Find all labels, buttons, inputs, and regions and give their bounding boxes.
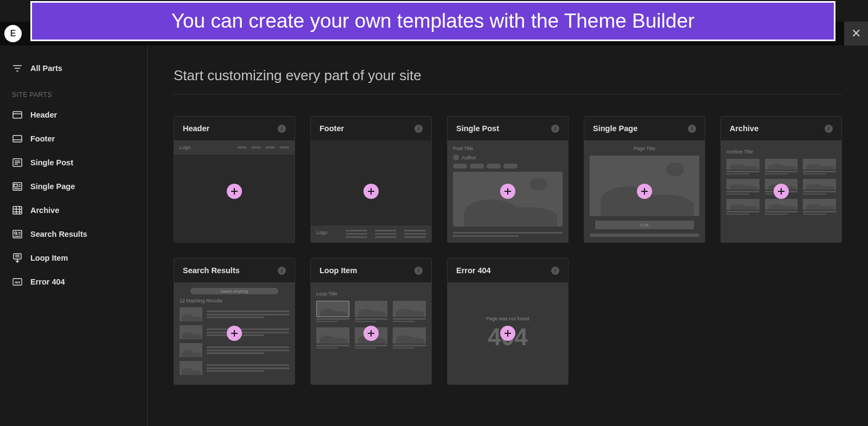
sidebar-item-archive[interactable]: Archive bbox=[0, 198, 147, 222]
sidebar-item-label: Single Page bbox=[30, 182, 75, 191]
main-content: Start customizing every part of your sit… bbox=[148, 46, 868, 426]
svg-rect-16 bbox=[13, 206, 22, 214]
template-grid: Header i Logo Foote bbox=[174, 116, 842, 385]
sidebar-item-label: All Parts bbox=[30, 64, 62, 73]
divider bbox=[174, 94, 842, 94]
wf-search-placeholder: Search Anything bbox=[221, 289, 248, 293]
card-archive[interactable]: Archive i Archive Title bbox=[720, 116, 842, 243]
card-search-results[interactable]: Search Results i Search Anything 12 Mach… bbox=[174, 258, 295, 385]
elementor-logo-button[interactable]: E bbox=[4, 25, 22, 42]
svg-point-22 bbox=[15, 232, 17, 234]
card-single-page[interactable]: Single Page i Page Title CTA bbox=[584, 116, 705, 243]
add-button[interactable] bbox=[500, 184, 515, 199]
add-button[interactable] bbox=[227, 184, 242, 199]
add-button[interactable] bbox=[774, 184, 789, 199]
card-title: Footer bbox=[320, 124, 344, 133]
wf-logo-label: Logo bbox=[316, 230, 338, 235]
single-post-icon bbox=[12, 159, 23, 166]
info-icon[interactable]: i bbox=[551, 267, 559, 275]
info-icon[interactable]: i bbox=[688, 125, 696, 133]
svg-rect-5 bbox=[13, 135, 22, 142]
sidebar-item-label: Footer bbox=[30, 134, 55, 143]
sidebar-item-single-page[interactable]: Single Page bbox=[0, 175, 147, 198]
sidebar-all-parts[interactable]: All Parts bbox=[0, 56, 147, 80]
card-loop-item[interactable]: Loop Item i Loop Title bbox=[310, 258, 432, 385]
loop-item-icon bbox=[12, 254, 23, 262]
error-404-icon: 404 bbox=[12, 278, 23, 286]
card-title: Loop Item bbox=[320, 266, 357, 275]
svg-rect-27 bbox=[14, 254, 21, 259]
card-footer[interactable]: Footer i Logo bbox=[310, 116, 432, 243]
sidebar-item-footer[interactable]: Footer bbox=[0, 127, 147, 151]
wf-post-title: Post Title bbox=[453, 146, 563, 151]
card-title: Error 404 bbox=[456, 266, 491, 275]
sidebar-item-label: Error 404 bbox=[30, 277, 65, 286]
card-header[interactable]: Header i Logo bbox=[174, 116, 295, 243]
svg-rect-12 bbox=[14, 184, 17, 187]
wf-loop-title: Loop Title bbox=[316, 291, 337, 296]
card-title: Single Page bbox=[593, 124, 637, 133]
info-icon[interactable]: i bbox=[278, 267, 286, 275]
card-error-404[interactable]: Error 404 i Page was not found 404 bbox=[447, 258, 569, 385]
wf-page-title: Page Title bbox=[634, 146, 655, 151]
sidebar-item-label: Archive bbox=[30, 206, 59, 215]
info-icon[interactable]: i bbox=[414, 267, 423, 275]
filter-icon bbox=[12, 64, 23, 72]
sidebar-item-header[interactable]: Header bbox=[0, 103, 147, 127]
sidebar-item-label: Single Post bbox=[30, 158, 73, 167]
card-title: Search Results bbox=[183, 266, 240, 275]
wf-archive-title: Archive Title bbox=[726, 149, 753, 154]
single-page-icon bbox=[12, 183, 23, 190]
wf-cta: CTA bbox=[640, 223, 648, 228]
card-single-post[interactable]: Single Post i Post Title Author bbox=[447, 116, 569, 243]
annotation-banner: You can create your own templates with t… bbox=[30, 1, 835, 41]
wf-author: Author bbox=[462, 155, 476, 160]
sidebar-item-single-post[interactable]: Single Post bbox=[0, 151, 147, 175]
add-button[interactable] bbox=[363, 184, 379, 199]
card-title: Single Post bbox=[456, 124, 499, 133]
svg-rect-3 bbox=[13, 112, 22, 118]
close-button[interactable]: ✕ bbox=[844, 22, 868, 46]
wf-results-count: 12 Maching Results bbox=[180, 298, 289, 304]
svg-line-23 bbox=[17, 234, 18, 235]
sidebar-item-error-404[interactable]: 404 Error 404 bbox=[0, 270, 147, 294]
annotation-text: You can create your own templates with t… bbox=[171, 10, 695, 33]
wf-not-found: Page was not found bbox=[486, 316, 529, 321]
info-icon[interactable]: i bbox=[414, 125, 423, 133]
sidebar-item-label: Header bbox=[30, 111, 57, 119]
header-icon bbox=[12, 111, 23, 119]
archive-icon bbox=[12, 206, 23, 214]
svg-text:404: 404 bbox=[15, 281, 21, 284]
info-icon[interactable]: i bbox=[825, 125, 833, 133]
sidebar-section-label: SITE PARTS bbox=[0, 80, 147, 103]
card-title: Archive bbox=[730, 124, 758, 133]
footer-icon bbox=[12, 135, 23, 143]
wf-logo-label: Logo bbox=[180, 145, 190, 150]
info-icon[interactable]: i bbox=[278, 125, 286, 133]
info-icon[interactable]: i bbox=[551, 125, 559, 133]
add-button[interactable] bbox=[363, 326, 379, 341]
card-title: Header bbox=[183, 124, 209, 133]
sidebar-item-label: Search Results bbox=[30, 230, 87, 238]
sidebar: All Parts SITE PARTS Header Footer Singl… bbox=[0, 46, 148, 426]
add-button[interactable] bbox=[227, 326, 242, 341]
sidebar-item-search-results[interactable]: Search Results bbox=[0, 222, 147, 246]
add-button[interactable] bbox=[637, 184, 652, 199]
add-button[interactable] bbox=[500, 326, 515, 341]
page-title: Start customizing every part of your sit… bbox=[174, 67, 842, 84]
sidebar-item-label: Loop Item bbox=[30, 254, 68, 262]
sidebar-item-loop-item[interactable]: Loop Item bbox=[0, 246, 147, 270]
close-icon: ✕ bbox=[851, 27, 861, 41]
search-results-icon bbox=[12, 230, 23, 238]
